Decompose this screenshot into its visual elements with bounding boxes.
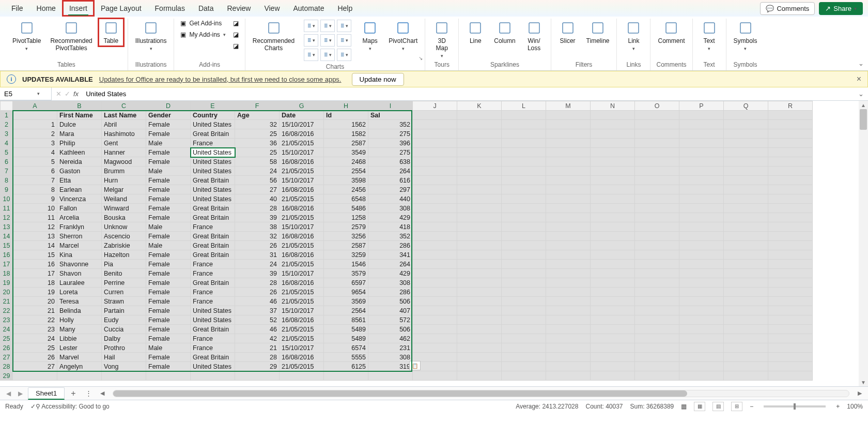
cell-Q29[interactable] — [724, 371, 768, 381]
line-button[interactable]: Line — [463, 19, 488, 46]
cell-Q21[interactable] — [724, 297, 768, 306]
cell-D24[interactable]: Female — [146, 325, 191, 334]
cell-D19[interactable]: Female — [146, 278, 191, 288]
cell-B20[interactable]: Loreta — [57, 288, 102, 297]
zoom-in-button[interactable]: + — [836, 403, 840, 410]
cell-A9[interactable]: 8 — [13, 185, 57, 194]
cell-H12[interactable]: 1258 — [324, 213, 368, 222]
cell-R24[interactable] — [768, 325, 813, 334]
cell-C9[interactable]: Melgar — [102, 185, 146, 194]
cell-N21[interactable] — [591, 297, 635, 306]
row-header-1[interactable]: 1 — [1, 111, 13, 120]
cell-G5[interactable]: 15/10/2017 — [280, 148, 324, 157]
cell-A13[interactable]: 12 — [13, 222, 57, 232]
cell-J27[interactable] — [413, 353, 457, 362]
cell-R12[interactable] — [768, 213, 813, 222]
cell-O15[interactable] — [635, 241, 679, 250]
cell-R22[interactable] — [768, 306, 813, 315]
cell-A1[interactable] — [13, 111, 57, 120]
cell-J17[interactable] — [413, 260, 457, 269]
scroll-thumb[interactable] — [860, 109, 867, 130]
cell-C24[interactable]: Cuccia — [102, 325, 146, 334]
cell-F11[interactable]: 28 — [235, 204, 280, 213]
cell-I4[interactable]: 396 — [368, 139, 413, 148]
cell-K7[interactable] — [457, 167, 502, 176]
cell-L17[interactable] — [502, 260, 546, 269]
cell-J19[interactable] — [413, 278, 457, 288]
column-header-I[interactable]: I — [368, 101, 413, 111]
cell-F29[interactable] — [235, 371, 280, 381]
cell-L13[interactable] — [502, 222, 546, 232]
column-header-B[interactable]: B — [57, 101, 102, 111]
table-button[interactable]: Table — [99, 19, 123, 46]
cell-D21[interactable]: Female — [146, 297, 191, 306]
page-break-view-button[interactable]: ⊞ — [731, 402, 742, 411]
cell-I5[interactable]: 275 — [368, 148, 413, 157]
zoom-level[interactable]: 100% — [847, 403, 863, 410]
cell-B5[interactable]: Kathleen — [57, 148, 102, 157]
cell-O7[interactable] — [635, 167, 679, 176]
cell-G16[interactable]: 16/08/2016 — [280, 250, 324, 260]
row-header-6[interactable]: 6 — [1, 157, 13, 167]
cell-Q18[interactable] — [724, 269, 768, 278]
cell-H7[interactable]: 2554 — [324, 167, 368, 176]
cell-C5[interactable]: Hanner — [102, 148, 146, 157]
cell-D12[interactable]: Female — [146, 213, 191, 222]
cell-O20[interactable] — [635, 288, 679, 297]
cell-H22[interactable]: 2564 — [324, 306, 368, 315]
cell-H10[interactable]: 6548 — [324, 194, 368, 204]
cell-B25[interactable]: Libbie — [57, 334, 102, 343]
cell-J15[interactable] — [413, 241, 457, 250]
cell-M7[interactable] — [546, 167, 591, 176]
update-now-button[interactable]: Update now — [352, 73, 404, 86]
column-header-E[interactable]: E — [191, 101, 235, 111]
cell-P7[interactable] — [679, 167, 724, 176]
pivottable-button[interactable]: PivotTable▾ — [9, 19, 44, 53]
cell-N20[interactable] — [591, 288, 635, 297]
cell-C10[interactable]: Weiland — [102, 194, 146, 204]
cell-D13[interactable]: Male — [146, 222, 191, 232]
cell-K29[interactable] — [457, 371, 502, 381]
cell-K10[interactable] — [457, 194, 502, 204]
chart-type-button[interactable]: ≣ ▾ — [304, 20, 318, 32]
cell-F25[interactable]: 42 — [235, 334, 280, 343]
horizontal-scrollbar[interactable] — [113, 390, 849, 397]
cell-J9[interactable] — [413, 185, 457, 194]
cell-R25[interactable] — [768, 334, 813, 343]
text-button[interactable]: Text▾ — [697, 19, 722, 53]
cell-E26[interactable]: France — [191, 343, 235, 353]
cancel-formula-button[interactable]: ✕ — [56, 90, 61, 98]
cell-Q25[interactable] — [724, 334, 768, 343]
column-header-C[interactable]: C — [102, 101, 146, 111]
cell-A25[interactable]: 24 — [13, 334, 57, 343]
cell-D22[interactable]: Female — [146, 306, 191, 315]
cell-R10[interactable] — [768, 194, 813, 204]
cell-O19[interactable] — [635, 278, 679, 288]
cell-P21[interactable] — [679, 297, 724, 306]
addin-shortcut-2[interactable]: ◪ — [231, 41, 241, 51]
cell-R2[interactable] — [768, 120, 813, 129]
cell-M5[interactable] — [546, 148, 591, 157]
cell-I3[interactable]: 275 — [368, 129, 413, 139]
cell-J14[interactable] — [413, 232, 457, 241]
cell-M27[interactable] — [546, 353, 591, 362]
cell-L21[interactable] — [502, 297, 546, 306]
cell-I8[interactable]: 616 — [368, 176, 413, 185]
cell-A3[interactable]: 2 — [13, 129, 57, 139]
cell-N4[interactable] — [591, 139, 635, 148]
cell-K28[interactable] — [457, 362, 502, 371]
cell-I16[interactable]: 341 — [368, 250, 413, 260]
fx-icon[interactable]: fx — [73, 90, 79, 98]
close-message-button[interactable]: × — [857, 74, 861, 84]
cell-N17[interactable] — [591, 260, 635, 269]
cell-I15[interactable]: 286 — [368, 241, 413, 250]
cell-O1[interactable] — [635, 111, 679, 120]
cell-M29[interactable] — [546, 371, 591, 381]
row-header-28[interactable]: 28 — [1, 362, 13, 371]
cell-C11[interactable]: Winward — [102, 204, 146, 213]
cell-R13[interactable] — [768, 222, 813, 232]
cell-H13[interactable]: 2579 — [324, 222, 368, 232]
cell-I17[interactable]: 264 — [368, 260, 413, 269]
row-header-5[interactable]: 5 — [1, 148, 13, 157]
cell-O4[interactable] — [635, 139, 679, 148]
